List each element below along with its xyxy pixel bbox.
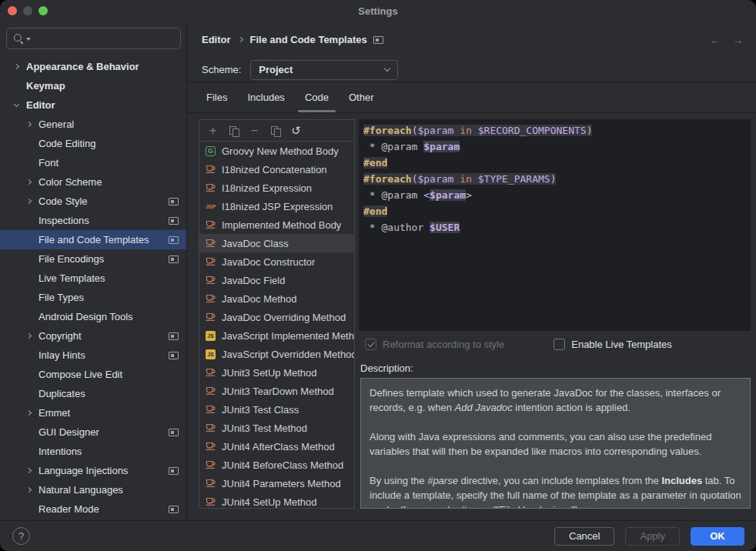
scheme-select[interactable]: Project — [250, 60, 398, 80]
remove-template-button[interactable] — [244, 122, 265, 139]
settings-tree: Appearance & BehaviorKeymapEditorGeneral… — [0, 57, 186, 520]
chevron-right-icon[interactable] — [23, 411, 34, 415]
copy-template-button[interactable] — [265, 122, 286, 139]
code-token: $param — [417, 125, 453, 136]
breadcrumb-editor[interactable]: Editor — [202, 34, 231, 45]
sidebar-item-language-injections[interactable]: Language Injections — [0, 461, 186, 480]
settings-search-input[interactable] — [33, 33, 174, 45]
template-item-javadoc-class[interactable]: JavaDoc Class — [199, 234, 354, 252]
chevron-right-icon[interactable] — [23, 469, 34, 473]
template-item-junit4-afterclass-method[interactable]: JUnit4 AfterClass Method — [199, 437, 354, 456]
add-template-button[interactable] — [202, 122, 223, 139]
template-item-label: JUnit3 Test Method — [222, 422, 307, 434]
template-item-junit4-parameters-method[interactable]: JUnit4 Parameters Method — [199, 474, 354, 493]
sidebar-item-label: File Types — [38, 292, 84, 303]
tab-code[interactable]: Code — [295, 82, 339, 112]
template-item-label: I18nized Concatenation — [222, 164, 327, 175]
template-item-i18nized-concatenation[interactable]: I18nized Concatenation — [199, 160, 354, 179]
template-item-javadoc-field[interactable]: JavaDoc Field — [199, 271, 354, 289]
template-item-junit3-setup-method[interactable]: JUnit3 SetUp Method — [199, 363, 354, 382]
sidebar-item-compose-live-edit[interactable]: Compose Live Edit — [0, 365, 186, 384]
scheme-value: Project — [259, 64, 293, 75]
screen-icon — [169, 429, 179, 436]
sidebar-item-reader-mode[interactable]: Reader Mode — [0, 499, 186, 519]
sidebar-item-duplicates[interactable]: Duplicates — [0, 384, 186, 403]
tab-other[interactable]: Other — [339, 82, 384, 112]
chevron-right-icon[interactable] — [23, 180, 34, 184]
code-token: * @param < — [363, 189, 430, 201]
sidebar-item-file-and-code-templates[interactable]: File and Code Templates — [0, 230, 186, 249]
code-token: * @param — [363, 141, 423, 152]
sidebar-item-natural-languages[interactable]: Natural Languages — [0, 480, 186, 499]
template-item-javadoc-overriding-method[interactable]: JavaDoc Overriding Method — [199, 308, 354, 326]
back-icon[interactable]: ← — [710, 33, 721, 46]
template-item-javadoc-constructor[interactable]: JavaDoc Constructor — [199, 252, 354, 271]
template-item-i18nized-expression[interactable]: I18nized Expression — [199, 179, 354, 197]
code-token: #foreach — [363, 173, 412, 185]
settings-search-box[interactable] — [6, 28, 181, 49]
sidebar-item-android-design-tools[interactable]: Android Design Tools — [0, 307, 186, 326]
sidebar-item-live-templates[interactable]: Live Templates — [0, 269, 186, 288]
search-options-arrow-icon[interactable] — [26, 38, 31, 41]
sidebar-item-color-scheme[interactable]: Color Scheme — [0, 172, 186, 192]
template-item-label: JavaScript Overridden Method Body — [222, 349, 354, 360]
sidebar-item-file-encodings[interactable]: File Encodings — [0, 249, 186, 269]
template-item-junit3-teardown-method[interactable]: JUnit3 TearDown Method — [199, 382, 354, 400]
sidebar-item-file-types[interactable]: File Types — [0, 288, 186, 307]
sidebar-item-appearance-behavior[interactable]: Appearance & Behavior — [0, 57, 186, 76]
chevron-right-icon[interactable] — [23, 122, 34, 126]
template-item-implemented-method-body[interactable]: Implemented Method Body — [199, 215, 354, 234]
template-item-junit3-test-method[interactable]: JUnit3 Test Method — [199, 419, 354, 437]
create-child-template-button[interactable] — [223, 122, 244, 139]
sidebar-item-code-style[interactable]: Code Style — [0, 192, 186, 211]
template-icon-box — [205, 275, 216, 286]
enable-live-templates-checkbox[interactable] — [554, 339, 565, 350]
chevron-right-icon[interactable] — [23, 199, 34, 203]
sidebar-item-emmet[interactable]: Emmet — [0, 403, 186, 422]
sidebar-item-intentions[interactable]: Intentions — [0, 442, 186, 461]
description-paragraph-2: Along with Java expressions and comments… — [370, 429, 741, 459]
close-window-button[interactable] — [8, 6, 17, 15]
groovy-icon: G — [206, 146, 216, 156]
chevron-right-icon[interactable] — [23, 334, 34, 338]
java-class-icon — [205, 292, 216, 306]
cancel-button[interactable]: Cancel — [554, 527, 614, 546]
template-icon-box — [205, 496, 216, 508]
sidebar-item-keymap[interactable]: Keymap — [0, 76, 186, 95]
sidebar-item-editor[interactable]: Editor — [0, 95, 186, 115]
chevron-right-icon[interactable] — [11, 65, 22, 68]
template-item-javascript-implemented-method-body[interactable]: JSJavaScript Implemented Method Body — [199, 326, 354, 345]
template-item-javadoc-method[interactable]: JavaDoc Method — [199, 289, 354, 308]
apply-button[interactable]: Apply — [625, 527, 680, 546]
template-item-junit3-test-class[interactable]: JUnit3 Test Class — [199, 400, 354, 419]
tab-includes[interactable]: Includes — [237, 82, 294, 112]
sidebar-item-font[interactable]: Font — [0, 153, 186, 172]
sidebar-item-copyright[interactable]: Copyright — [0, 326, 186, 346]
sidebar-item-inlay-hints[interactable]: Inlay Hints — [0, 346, 186, 365]
code-line-3: #end — [363, 157, 746, 173]
reformat-checkbox — [365, 339, 376, 350]
template-item-junit4-beforeclass-method[interactable]: JUnit4 BeforeClass Method — [199, 456, 354, 474]
template-item-junit4-setup-method[interactable]: JUnit4 SetUp Method — [199, 493, 354, 508]
template-item-groovy-new-method-body[interactable]: GGroovy New Method Body — [199, 142, 354, 160]
sidebar-item-gui-designer[interactable]: GUI Designer — [0, 422, 186, 442]
chevron-down-icon[interactable] — [11, 104, 22, 106]
forward-icon[interactable]: → — [732, 33, 744, 46]
template-item-i18nized-jsp-expression[interactable]: JSPI18nized JSP Expression — [199, 197, 354, 215]
template-item-javascript-overridden-method-body[interactable]: JSJavaScript Overridden Method Body — [199, 345, 354, 363]
reset-to-default-button[interactable] — [286, 122, 306, 139]
template-editor[interactable]: #foreach($param in $RECORD_COMPONENTS) *… — [359, 119, 751, 331]
chevron-right-icon[interactable] — [23, 488, 34, 492]
help-button[interactable]: ? — [12, 527, 30, 545]
sidebar-item-inspections[interactable]: Inspections — [0, 211, 186, 230]
java-class-icon — [205, 310, 216, 324]
ok-button[interactable]: OK — [691, 527, 744, 546]
sidebar-item-general[interactable]: General — [0, 115, 186, 134]
chevron-down-icon — [384, 65, 390, 72]
tab-files[interactable]: Files — [196, 82, 237, 112]
template-item-label: JUnit4 BeforeClass Method — [222, 459, 343, 471]
content-body: GGroovy New Method BodyI18nized Concaten… — [187, 113, 756, 520]
sidebar-item-code-editing[interactable]: Code Editing — [0, 134, 186, 153]
code-line-content: #foreach($param in $TYPE_PARAMS) — [363, 173, 556, 185]
fullscreen-window-button[interactable] — [38, 6, 48, 15]
